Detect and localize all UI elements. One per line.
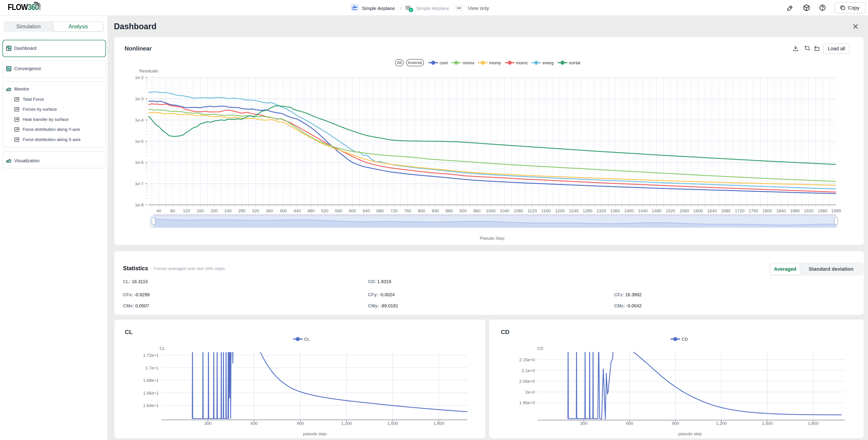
svg-text:2e+0: 2e+0: [525, 390, 535, 395]
svg-text:1e-6: 1e-6: [135, 160, 144, 165]
svg-text:40: 40: [156, 209, 161, 213]
svg-text:440: 440: [293, 209, 301, 213]
svg-text:1560: 1560: [680, 209, 689, 213]
svg-text:1.66e+1: 1.66e+1: [143, 391, 159, 396]
svg-text:800: 800: [418, 209, 425, 213]
svg-text:560: 560: [335, 209, 342, 213]
svg-text:160: 160: [197, 209, 204, 213]
svg-text:1040: 1040: [500, 209, 509, 213]
svg-text:360: 360: [266, 209, 273, 213]
svg-text:momy: momy: [489, 60, 501, 65]
svg-text:2.1e+0: 2.1e+0: [522, 368, 535, 373]
svg-text:CL: CL: [304, 337, 310, 342]
svg-text:1e-8: 1e-8: [135, 202, 144, 207]
svg-text:1200: 1200: [555, 209, 564, 213]
svg-text:120: 120: [183, 209, 190, 213]
svg-text:1999: 1999: [831, 209, 841, 213]
svg-text:1600: 1600: [693, 209, 703, 213]
svg-text:1680: 1680: [721, 209, 731, 213]
svg-text:880: 880: [446, 209, 453, 213]
svg-text:1520: 1520: [666, 209, 675, 213]
svg-text:2.15e+0: 2.15e+0: [519, 357, 535, 362]
svg-text:1.72e+1: 1.72e+1: [143, 353, 159, 357]
svg-text:1000: 1000: [486, 209, 495, 213]
svg-text:1.95e+0: 1.95e+0: [519, 400, 535, 405]
svg-text:320: 320: [252, 209, 259, 213]
svg-text:240: 240: [224, 209, 232, 213]
svg-text:1160: 1160: [541, 209, 551, 213]
svg-text:1320: 1320: [596, 209, 606, 213]
svg-text:200: 200: [211, 209, 218, 213]
svg-text:280: 280: [238, 209, 246, 213]
svg-text:400: 400: [280, 209, 287, 213]
svg-text:1640: 1640: [707, 209, 717, 213]
svg-text:energ: energ: [542, 60, 554, 65]
svg-text:CD: CD: [682, 337, 688, 342]
svg-text:720: 720: [391, 209, 398, 213]
svg-text:600: 600: [349, 209, 356, 213]
svg-text:pseudo step: pseudo step: [303, 431, 327, 436]
svg-text:1960: 1960: [818, 209, 827, 213]
svg-text:1360: 1360: [610, 209, 620, 213]
svg-text:680: 680: [377, 209, 384, 213]
svg-text:cont: cont: [439, 60, 448, 65]
svg-text:1.7e+1: 1.7e+1: [145, 366, 159, 370]
svg-text:2.05e+0: 2.05e+0: [519, 379, 535, 384]
svg-text:1e-2: 1e-2: [135, 75, 144, 80]
svg-text:Residuals: Residuals: [139, 69, 158, 73]
svg-text:1e-4: 1e-4: [135, 118, 144, 122]
svg-text:1880: 1880: [790, 209, 800, 213]
svg-text:1760: 1760: [749, 209, 758, 213]
svg-text:640: 640: [363, 209, 370, 213]
svg-text:1280: 1280: [583, 209, 592, 213]
svg-text:1080: 1080: [514, 209, 523, 213]
svg-text:840: 840: [432, 209, 439, 213]
svg-text:1.64e+1: 1.64e+1: [143, 403, 159, 408]
svg-text:1800: 1800: [763, 209, 772, 213]
svg-text:1440: 1440: [638, 209, 647, 213]
svg-text:520: 520: [321, 209, 328, 213]
svg-text:1720: 1720: [735, 209, 744, 213]
svg-text:1400: 1400: [624, 209, 633, 213]
svg-text:pseudo step: pseudo step: [678, 431, 702, 436]
svg-text:1920: 1920: [804, 209, 813, 213]
svg-text:1e-7: 1e-7: [135, 181, 144, 186]
svg-text:Pseudo Step: Pseudo Step: [480, 236, 504, 241]
svg-text:760: 760: [404, 209, 411, 213]
svg-text:1e-3: 1e-3: [135, 96, 144, 101]
svg-text:1840: 1840: [776, 209, 786, 213]
svg-text:momx: momx: [463, 60, 474, 65]
svg-text:1e-5: 1e-5: [135, 139, 144, 144]
svg-text:1120: 1120: [528, 209, 537, 213]
svg-text:480: 480: [307, 209, 314, 213]
svg-text:CL: CL: [160, 346, 165, 351]
svg-text:80: 80: [170, 209, 175, 213]
svg-text:1.68e+1: 1.68e+1: [143, 378, 159, 383]
svg-text:920: 920: [460, 209, 467, 213]
svg-text:nuHat: nuHat: [569, 60, 580, 65]
svg-text:960: 960: [473, 209, 480, 213]
svg-text:momz: momz: [516, 60, 528, 65]
svg-text:CD: CD: [537, 346, 543, 351]
svg-text:1240: 1240: [569, 209, 578, 213]
svg-text:1480: 1480: [652, 209, 661, 213]
